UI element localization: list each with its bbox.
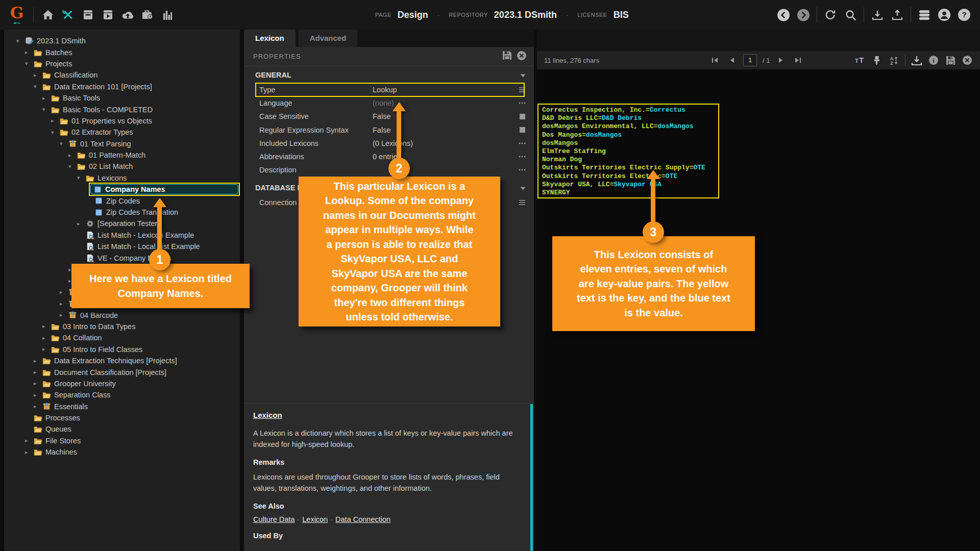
tree-item[interactable]: Zip Codes [4, 195, 240, 206]
chevron-down-icon[interactable] [520, 183, 526, 192]
tree-item[interactable]: ▸04 Collation [4, 332, 240, 343]
upload-icon[interactable] [891, 7, 904, 22]
tree-item[interactable]: ▾2023.1 DSmith [4, 35, 240, 46]
property-value[interactable]: (0 Lexicons) [373, 139, 413, 147]
ellipsis-icon[interactable] [519, 155, 526, 158]
page-number-input[interactable]: 1 [743, 54, 757, 66]
tree-item[interactable]: Queues [4, 423, 240, 435]
expander-icon[interactable]: ▾ [51, 129, 59, 136]
property-row[interactable]: Language(none) [244, 96, 534, 110]
tree-item[interactable]: ▸05 Intro to Field Classes [4, 344, 240, 355]
expander-icon[interactable]: ▸ [34, 358, 42, 364]
property-value[interactable]: (none) [373, 99, 394, 107]
tree-item[interactable]: ▾01 Text Parsing [4, 138, 240, 149]
download-icon[interactable] [871, 7, 884, 22]
expander-icon[interactable]: ▾ [77, 174, 85, 181]
tree-item[interactable]: ▸Grooper University [4, 378, 240, 389]
tree-item[interactable]: ▸04 Barcode [4, 309, 240, 320]
tree-item[interactable]: List Match - Local List Example [4, 241, 240, 252]
tree-item[interactable]: Company Names [4, 184, 240, 195]
see-also-link[interactable]: Culture Data [253, 515, 295, 523]
page-value[interactable]: Design [398, 10, 428, 20]
tree-item[interactable]: ▸03 Intro to Data Types [4, 321, 240, 332]
home-icon[interactable] [41, 7, 55, 22]
property-value[interactable]: False [373, 126, 390, 134]
font-size-icon[interactable]: TT [854, 54, 866, 66]
close-icon[interactable] [517, 51, 527, 63]
tree-item[interactable]: ▾Data Extraction 101 [Projects] [4, 81, 240, 92]
expander-icon[interactable]: ▸ [42, 335, 51, 341]
tree-item[interactable]: ▸Data Extraction Techniques [Projects] [4, 355, 240, 366]
expander-icon[interactable]: ▸ [60, 312, 68, 318]
stats-icon[interactable] [161, 7, 174, 22]
checkbox-icon[interactable] [519, 113, 526, 120]
property-row[interactable]: Case SensitiveFalse [244, 110, 534, 123]
last-page-icon[interactable] [792, 54, 803, 66]
ellipsis-icon[interactable] [519, 168, 526, 171]
tree-item[interactable]: ▸File Stores [4, 435, 240, 446]
imports-icon[interactable] [121, 7, 134, 22]
property-row[interactable]: Abbreviations0 entries [244, 150, 534, 163]
refresh-icon[interactable] [824, 7, 837, 22]
expander-icon[interactable]: ▾ [60, 140, 68, 147]
tree-item[interactable]: ▾Lexicons [4, 172, 240, 184]
see-also-link[interactable]: Data Connection [335, 515, 390, 523]
repository-value[interactable]: 2023.1 DSmith [494, 10, 557, 20]
expander-icon[interactable]: ▸ [25, 49, 33, 56]
next-page-icon[interactable] [775, 54, 787, 66]
first-page-icon[interactable] [709, 54, 721, 66]
tree-item[interactable]: ▸01 Pattern-Match [4, 149, 240, 161]
download-icon[interactable] [911, 54, 922, 66]
property-row[interactable]: Regular Expression SyntaxFalse [244, 123, 534, 137]
info-icon[interactable]: i [928, 54, 939, 66]
save-icon[interactable] [502, 51, 512, 62]
tree-item[interactable]: ▸Batches [4, 46, 240, 58]
expander-icon[interactable]: ▸ [34, 403, 42, 410]
expander-icon[interactable]: ▸ [25, 437, 33, 444]
format-icon[interactable] [871, 54, 883, 66]
expander-icon[interactable]: ▸ [60, 289, 68, 295]
expander-icon[interactable]: ▾ [42, 106, 51, 113]
database-icon[interactable] [918, 7, 931, 22]
expander-icon[interactable]: ▸ [34, 380, 42, 387]
tree-item[interactable]: VE - Company Names [4, 252, 240, 263]
close-icon[interactable] [962, 54, 973, 66]
tab-lexicon[interactable]: Lexicon [244, 30, 296, 47]
tree-item[interactable]: ▸Essentials [4, 401, 240, 412]
tree-item[interactable]: Zip Codes Translation [4, 207, 240, 218]
search-icon[interactable] [844, 7, 857, 22]
batches-icon[interactable] [81, 7, 94, 22]
tree-item[interactable]: ▸Machines [4, 446, 240, 458]
tab-advanced[interactable]: Advanced [299, 30, 358, 47]
tasks-icon[interactable] [101, 7, 114, 22]
expander-icon[interactable]: ▸ [60, 300, 68, 307]
expander-icon[interactable]: ▸ [34, 72, 42, 79]
expander-icon[interactable]: ▾ [25, 60, 33, 67]
tree-item[interactable]: ▾Basic Tools - COMPLETED [4, 104, 240, 115]
prev-page-icon[interactable] [726, 54, 738, 66]
expander-icon[interactable]: ▾ [68, 163, 77, 170]
hamburger-icon[interactable] [519, 87, 526, 93]
chevron-down-icon[interactable] [520, 70, 526, 80]
see-also-link[interactable]: Lexicon [302, 515, 328, 523]
forward-icon[interactable] [797, 7, 810, 22]
tree-item[interactable]: ▸Separation Class [4, 389, 240, 400]
hamburger-icon[interactable] [519, 199, 526, 206]
tree-item[interactable]: ▸Classification [4, 69, 240, 81]
tree-item[interactable]: ▸Document Classification [Projects] [4, 366, 240, 378]
help-icon[interactable]: ? [958, 7, 971, 22]
expander-icon[interactable]: ▸ [51, 117, 59, 124]
expander-icon[interactable]: ▸ [25, 449, 33, 456]
expander-icon[interactable]: ▸ [68, 152, 77, 159]
sort-icon[interactable]: AZ [888, 54, 899, 66]
expander-icon[interactable]: ▸ [42, 323, 51, 330]
property-row[interactable]: TypeLookup [244, 83, 534, 96]
expander-icon[interactable]: ▸ [77, 220, 85, 227]
scrollbar[interactable] [530, 404, 533, 551]
tree-item[interactable]: ▾02 Extractor Types [4, 127, 240, 138]
jobs-icon[interactable] [141, 7, 154, 22]
property-value[interactable]: Lookup [373, 86, 397, 94]
expander-icon[interactable]: ▾ [34, 83, 42, 90]
checkbox-icon[interactable] [519, 127, 526, 133]
tree-item[interactable]: ▸Basic Tools [4, 92, 240, 104]
